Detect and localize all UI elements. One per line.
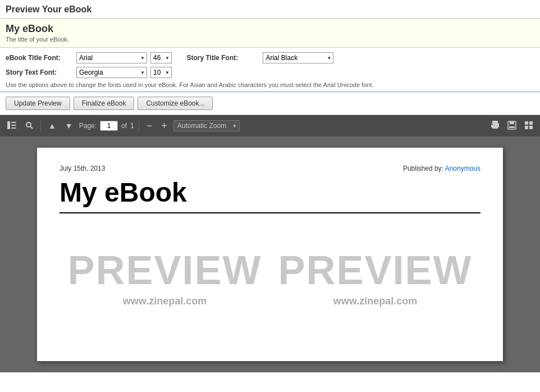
page-label: Page: [79,122,97,130]
pdf-toolbar: ▲ ▼ Page: of 1 − + Automatic Zoom Actual… [0,115,540,136]
title-font-size-select[interactable]: 8101214 16182024 28323640 444648 [150,52,172,63]
page-number-input[interactable] [100,121,118,131]
zoom-select[interactable]: Automatic Zoom Actual Size Page Fit Page… [173,120,240,131]
page-title: Preview Your eBook [6,4,534,15]
pdf-watermark-url-right: www.zinepal.com [278,295,472,307]
svg-rect-14 [525,121,528,125]
svg-rect-2 [11,125,16,126]
pdf-view: July 15th, 2013 Published by: Anonymous … [0,136,540,372]
ebook-subtitle: The title of your eBook. [6,36,534,43]
svg-rect-9 [491,124,493,125]
story-title-font-label: Story Title Font: [186,54,259,62]
svg-rect-16 [525,126,528,129]
pdf-date: July 15th, 2013 [60,165,105,172]
published-by-name[interactable]: Anonymous [445,165,480,172]
pdf-watermark-url-left: www.zinepal.com [67,295,262,307]
pdf-book-title: My eBook [60,178,480,208]
svg-rect-8 [492,125,498,129]
pdf-title-separator [60,212,480,213]
svg-rect-13 [509,126,515,128]
print-button[interactable] [488,120,502,133]
zoom-select-wrapper[interactable]: Automatic Zoom Actual Size Page Fit Page… [173,120,240,131]
zoom-in-button[interactable]: + [158,119,170,133]
pdf-watermark-row: PREVIEW www.zinepal.com PREVIEW www.zine… [60,236,480,318]
svg-rect-0 [7,121,10,129]
pdf-watermark-right: PREVIEW www.zinepal.com [278,247,472,307]
pdf-page: July 15th, 2013 Published by: Anonymous … [37,148,503,361]
story-text-font-select-wrapper[interactable]: Arial Arial Black Arial Unicode Georgia … [76,67,147,78]
next-page-button[interactable]: ▼ [62,120,76,131]
search-button[interactable] [22,120,36,132]
title-font-label: eBook Title Font: [6,54,73,62]
finalize-ebook-button[interactable]: Finalize eBook [74,97,135,110]
download-button[interactable] [505,120,519,133]
published-by-label: Published by: [403,165,443,172]
title-font-select[interactable]: Arial Arial Black Arial Unicode Georgia … [76,52,147,63]
pdf-watermark-text-right: PREVIEW [278,247,472,293]
update-preview-button[interactable]: Update Preview [6,97,70,110]
page-of: of [121,122,127,130]
ebook-title: My eBook [6,23,534,35]
prev-page-button[interactable]: ▲ [45,120,59,131]
svg-rect-3 [11,127,16,129]
svg-rect-6 [492,121,498,123]
pdf-published-by: Published by: Anonymous [403,165,480,172]
story-text-font-select[interactable]: Arial Arial Black Arial Unicode Georgia … [76,67,147,78]
svg-rect-1 [11,122,16,123]
svg-rect-15 [529,121,533,125]
page-header: Preview Your eBook [0,0,540,19]
title-font-size-wrapper[interactable]: 8101214 16182024 28323640 444648 [150,52,172,63]
title-font-select-wrapper[interactable]: Arial Arial Black Arial Unicode Georgia … [76,52,147,63]
total-pages: 1 [130,122,134,130]
svg-point-4 [26,122,31,127]
toolbar-separator-2 [139,120,139,131]
svg-rect-17 [529,126,533,129]
sidebar-toggle-button[interactable] [4,120,19,132]
pdf-page-header: July 15th, 2013 Published by: Anonymous [60,165,480,172]
buttons-area: Update Preview Finalize eBook Customize … [0,92,540,115]
story-text-size-wrapper[interactable]: 8910 111214 161820 [150,67,172,78]
story-title-font-select-wrapper[interactable]: Arial Arial Black Arial Unicode Georgia … [263,52,333,63]
svg-line-5 [31,126,33,129]
pdf-watermark-left: PREVIEW www.zinepal.com [67,247,262,307]
customize-ebook-button[interactable]: Customize eBook... [138,97,213,110]
story-text-font-label: Story Text Font: [6,69,73,76]
svg-marker-12 [510,124,514,126]
font-hint: Use the options above to change the font… [6,81,534,88]
zoom-out-button[interactable]: − [144,119,155,133]
toolbar-separator-1 [40,120,41,131]
more-tools-button[interactable] [522,120,536,133]
story-title-font-select[interactable]: Arial Arial Black Arial Unicode Georgia … [263,52,333,63]
ebook-title-area: My eBook The title of your eBook. [0,19,540,48]
font-settings-panel: eBook Title Font: Arial Arial Black Aria… [0,48,540,92]
story-text-size-select[interactable]: 8910 111214 161820 [150,67,172,78]
pdf-watermark-text-left: PREVIEW [67,247,262,293]
